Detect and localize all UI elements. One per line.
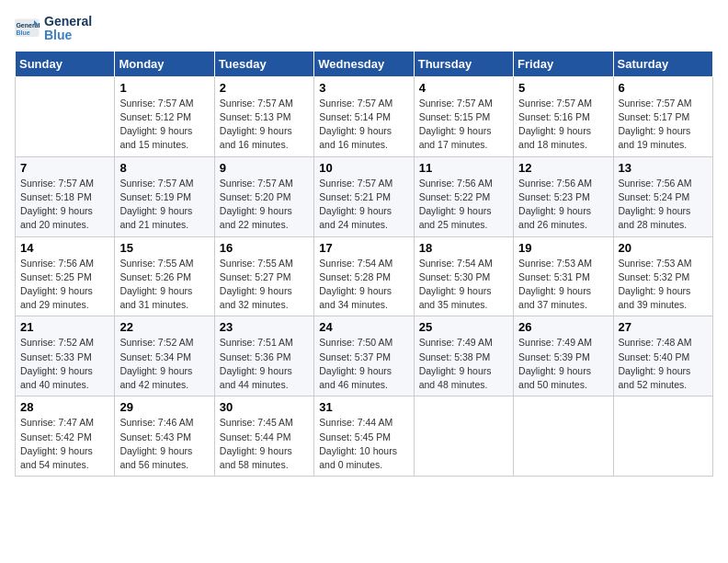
calendar-cell: 16Sunrise: 7:55 AMSunset: 5:27 PMDayligh… bbox=[214, 236, 313, 316]
day-info: Sunrise: 7:50 AMSunset: 5:37 PMDaylight:… bbox=[319, 336, 408, 392]
day-number: 29 bbox=[119, 400, 209, 414]
calendar-week-4: 21Sunrise: 7:52 AMSunset: 5:33 PMDayligh… bbox=[16, 316, 713, 396]
calendar-cell: 24Sunrise: 7:50 AMSunset: 5:37 PMDayligh… bbox=[314, 316, 414, 396]
logo: General Blue General Blue bbox=[15, 15, 92, 43]
col-header-saturday: Saturday bbox=[613, 51, 712, 76]
day-number: 4 bbox=[419, 81, 508, 95]
calendar-cell: 28Sunrise: 7:47 AMSunset: 5:42 PMDayligh… bbox=[16, 396, 115, 477]
day-number: 10 bbox=[319, 161, 408, 175]
calendar-cell: 5Sunrise: 7:57 AMSunset: 5:16 PMDaylight… bbox=[514, 76, 613, 156]
calendar-week-1: 1Sunrise: 7:57 AMSunset: 5:12 PMDaylight… bbox=[16, 76, 713, 156]
day-info: Sunrise: 7:54 AMSunset: 5:28 PMDaylight:… bbox=[319, 257, 408, 313]
calendar-cell: 8Sunrise: 7:57 AMSunset: 5:19 PMDaylight… bbox=[115, 156, 214, 236]
calendar-cell: 6Sunrise: 7:57 AMSunset: 5:17 PMDaylight… bbox=[613, 76, 712, 156]
day-number: 23 bbox=[220, 320, 309, 334]
day-info: Sunrise: 7:53 AMSunset: 5:31 PMDaylight:… bbox=[518, 257, 608, 313]
calendar-week-3: 14Sunrise: 7:56 AMSunset: 5:25 PMDayligh… bbox=[16, 236, 713, 316]
day-number: 30 bbox=[220, 400, 309, 414]
day-info: Sunrise: 7:52 AMSunset: 5:34 PMDaylight:… bbox=[119, 336, 209, 392]
calendar-cell: 17Sunrise: 7:54 AMSunset: 5:28 PMDayligh… bbox=[314, 236, 414, 316]
day-number: 16 bbox=[220, 241, 309, 255]
day-number: 25 bbox=[419, 320, 508, 334]
day-info: Sunrise: 7:56 AMSunset: 5:24 PMDaylight:… bbox=[619, 177, 708, 233]
day-number: 20 bbox=[619, 241, 708, 255]
col-header-wednesday: Wednesday bbox=[314, 51, 414, 76]
day-info: Sunrise: 7:52 AMSunset: 5:33 PMDaylight:… bbox=[20, 336, 109, 392]
day-info: Sunrise: 7:46 AMSunset: 5:43 PMDaylight:… bbox=[119, 416, 209, 472]
day-info: Sunrise: 7:57 AMSunset: 5:14 PMDaylight:… bbox=[319, 97, 408, 153]
day-info: Sunrise: 7:48 AMSunset: 5:40 PMDaylight:… bbox=[619, 336, 708, 392]
day-info: Sunrise: 7:49 AMSunset: 5:38 PMDaylight:… bbox=[419, 336, 508, 392]
calendar-cell: 23Sunrise: 7:51 AMSunset: 5:36 PMDayligh… bbox=[214, 316, 313, 396]
calendar-cell: 25Sunrise: 7:49 AMSunset: 5:38 PMDayligh… bbox=[414, 316, 513, 396]
day-number: 9 bbox=[220, 161, 309, 175]
day-number: 12 bbox=[518, 161, 608, 175]
day-info: Sunrise: 7:56 AMSunset: 5:25 PMDaylight:… bbox=[20, 257, 109, 313]
day-number: 31 bbox=[319, 400, 408, 414]
day-info: Sunrise: 7:55 AMSunset: 5:27 PMDaylight:… bbox=[220, 257, 309, 313]
day-number: 11 bbox=[419, 161, 508, 175]
col-header-tuesday: Tuesday bbox=[214, 51, 313, 76]
logo-text: General Blue bbox=[44, 15, 92, 43]
svg-text:Blue: Blue bbox=[16, 29, 29, 36]
calendar-cell: 14Sunrise: 7:56 AMSunset: 5:25 PMDayligh… bbox=[16, 236, 115, 316]
day-number: 18 bbox=[419, 241, 508, 255]
col-header-thursday: Thursday bbox=[414, 51, 513, 76]
logo-icon: General Blue bbox=[15, 16, 40, 41]
day-info: Sunrise: 7:44 AMSunset: 5:45 PMDaylight:… bbox=[319, 416, 408, 472]
day-number: 22 bbox=[119, 320, 209, 334]
calendar-cell: 26Sunrise: 7:49 AMSunset: 5:39 PMDayligh… bbox=[514, 316, 613, 396]
calendar-cell: 9Sunrise: 7:57 AMSunset: 5:20 PMDaylight… bbox=[214, 156, 313, 236]
day-number: 27 bbox=[619, 320, 708, 334]
calendar-cell: 30Sunrise: 7:45 AMSunset: 5:44 PMDayligh… bbox=[214, 396, 313, 477]
day-info: Sunrise: 7:54 AMSunset: 5:30 PMDaylight:… bbox=[419, 257, 508, 313]
day-number: 8 bbox=[119, 161, 209, 175]
day-info: Sunrise: 7:49 AMSunset: 5:39 PMDaylight:… bbox=[518, 336, 608, 392]
day-info: Sunrise: 7:47 AMSunset: 5:42 PMDaylight:… bbox=[20, 416, 109, 472]
day-number: 13 bbox=[619, 161, 708, 175]
col-header-sunday: Sunday bbox=[16, 51, 115, 76]
calendar-cell bbox=[514, 396, 613, 477]
calendar-cell bbox=[613, 396, 712, 477]
day-info: Sunrise: 7:57 AMSunset: 5:20 PMDaylight:… bbox=[220, 177, 309, 233]
calendar-week-5: 28Sunrise: 7:47 AMSunset: 5:42 PMDayligh… bbox=[16, 396, 713, 477]
calendar-cell: 20Sunrise: 7:53 AMSunset: 5:32 PMDayligh… bbox=[613, 236, 712, 316]
day-number: 19 bbox=[518, 241, 608, 255]
day-info: Sunrise: 7:57 AMSunset: 5:19 PMDaylight:… bbox=[119, 177, 209, 233]
day-info: Sunrise: 7:53 AMSunset: 5:32 PMDaylight:… bbox=[619, 257, 708, 313]
calendar-cell: 21Sunrise: 7:52 AMSunset: 5:33 PMDayligh… bbox=[16, 316, 115, 396]
day-info: Sunrise: 7:56 AMSunset: 5:23 PMDaylight:… bbox=[518, 177, 608, 233]
calendar-cell: 3Sunrise: 7:57 AMSunset: 5:14 PMDaylight… bbox=[314, 76, 414, 156]
day-info: Sunrise: 7:57 AMSunset: 5:16 PMDaylight:… bbox=[518, 97, 608, 153]
day-info: Sunrise: 7:57 AMSunset: 5:12 PMDaylight:… bbox=[119, 97, 209, 153]
day-info: Sunrise: 7:57 AMSunset: 5:15 PMDaylight:… bbox=[419, 97, 508, 153]
calendar-cell: 22Sunrise: 7:52 AMSunset: 5:34 PMDayligh… bbox=[115, 316, 214, 396]
day-number: 2 bbox=[220, 81, 309, 95]
calendar-cell bbox=[414, 396, 513, 477]
calendar-cell: 4Sunrise: 7:57 AMSunset: 5:15 PMDaylight… bbox=[414, 76, 513, 156]
col-header-monday: Monday bbox=[115, 51, 214, 76]
day-number: 26 bbox=[518, 320, 608, 334]
calendar-cell: 11Sunrise: 7:56 AMSunset: 5:22 PMDayligh… bbox=[414, 156, 513, 236]
day-info: Sunrise: 7:57 AMSunset: 5:17 PMDaylight:… bbox=[619, 97, 708, 153]
calendar-cell: 7Sunrise: 7:57 AMSunset: 5:18 PMDaylight… bbox=[16, 156, 115, 236]
day-info: Sunrise: 7:45 AMSunset: 5:44 PMDaylight:… bbox=[220, 416, 309, 472]
calendar-cell: 18Sunrise: 7:54 AMSunset: 5:30 PMDayligh… bbox=[414, 236, 513, 316]
day-info: Sunrise: 7:57 AMSunset: 5:21 PMDaylight:… bbox=[319, 177, 408, 233]
calendar-cell: 29Sunrise: 7:46 AMSunset: 5:43 PMDayligh… bbox=[115, 396, 214, 477]
col-header-friday: Friday bbox=[514, 51, 613, 76]
day-number: 7 bbox=[20, 161, 109, 175]
day-number: 15 bbox=[119, 241, 209, 255]
day-number: 17 bbox=[319, 241, 408, 255]
calendar-table: SundayMondayTuesdayWednesdayThursdayFrid… bbox=[15, 51, 713, 477]
calendar-cell: 2Sunrise: 7:57 AMSunset: 5:13 PMDaylight… bbox=[214, 76, 313, 156]
day-number: 6 bbox=[619, 81, 708, 95]
day-info: Sunrise: 7:57 AMSunset: 5:18 PMDaylight:… bbox=[20, 177, 109, 233]
day-info: Sunrise: 7:51 AMSunset: 5:36 PMDaylight:… bbox=[220, 336, 309, 392]
day-number: 5 bbox=[518, 81, 608, 95]
calendar-cell: 19Sunrise: 7:53 AMSunset: 5:31 PMDayligh… bbox=[514, 236, 613, 316]
day-number: 28 bbox=[20, 400, 109, 414]
calendar-cell: 1Sunrise: 7:57 AMSunset: 5:12 PMDaylight… bbox=[115, 76, 214, 156]
calendar-cell: 15Sunrise: 7:55 AMSunset: 5:26 PMDayligh… bbox=[115, 236, 214, 316]
day-number: 14 bbox=[20, 241, 109, 255]
